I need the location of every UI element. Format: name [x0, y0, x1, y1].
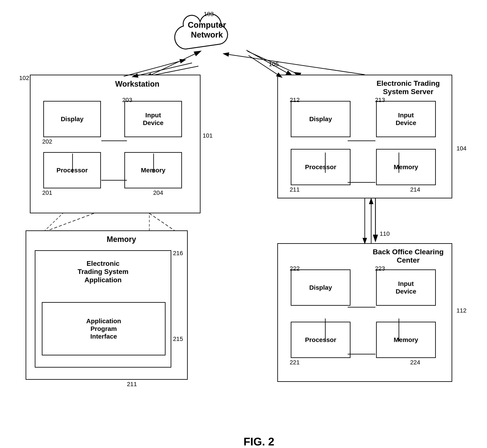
- workstation-processor-box: Processor: [43, 152, 101, 188]
- workstation-inner-ref: 101: [203, 132, 213, 139]
- workstation-box: Workstation Display 202 InputDevice 203 …: [30, 75, 200, 213]
- bo-memory-ref: 224: [410, 359, 420, 366]
- ets-display-ref: 212: [290, 97, 300, 104]
- ets-memory-ref: 214: [410, 186, 420, 193]
- api-ref: 215: [173, 336, 183, 342]
- svg-line-29: [228, 54, 365, 75]
- memory-detail-ref: 211: [127, 381, 137, 388]
- workstation-input-ref: 203: [122, 97, 132, 104]
- memory-detail-box: Memory ElectronicTrading SystemApplicati…: [26, 230, 188, 380]
- ets-server-box: Electronic Trading System Server Display…: [277, 75, 452, 198]
- workstation-display-ref: 202: [42, 138, 52, 145]
- cloud-label: Computer Network: [178, 20, 236, 40]
- ets-processor-box: Processor: [291, 149, 351, 185]
- back-office-box: Back Office Clearing Center Display 222 …: [277, 243, 452, 382]
- svg-line-44: [47, 213, 94, 231]
- cloud-ref: 103: [204, 11, 214, 17]
- ets-server-ref: 104: [456, 145, 467, 152]
- bo-display-box: Display: [291, 269, 351, 306]
- bo-processor-ref: 221: [290, 359, 300, 366]
- bo-input-ref: 223: [375, 265, 385, 272]
- arrow-105-ref: 105: [269, 61, 279, 68]
- ets-app-label-area: ElectronicTrading SystemApplication: [35, 257, 171, 286]
- ets-app-ref: 216: [173, 250, 183, 257]
- workstation-memory-box: Memory: [124, 152, 182, 188]
- bo-ref: 112: [456, 307, 467, 314]
- workstation-memory-ref: 204: [153, 189, 163, 196]
- api-box: ApplicationProgramInterface: [42, 302, 166, 355]
- bo-processor-box: Processor: [291, 322, 351, 358]
- bo-input-box: InputDevice: [376, 269, 436, 306]
- ets-input-box: InputDevice: [376, 101, 436, 137]
- svg-line-45: [149, 213, 175, 231]
- ets-processor-ref: 211: [290, 186, 300, 193]
- ets-input-ref: 213: [375, 97, 385, 104]
- bo-memory-box: Memory: [376, 322, 436, 358]
- bo-display-ref: 222: [290, 265, 300, 272]
- workstation-input-box: InputDevice: [124, 101, 182, 137]
- ets-memory-box: Memory: [376, 149, 436, 185]
- workstation-display-box: Display: [43, 101, 101, 137]
- arrow-110-ref: 110: [380, 230, 390, 237]
- ets-app-outer-box: ElectronicTrading SystemApplication Appl…: [35, 250, 171, 368]
- ets-display-box: Display: [291, 101, 351, 137]
- workstation-ref: 102: [19, 75, 29, 81]
- workstation-processor-ref: 201: [42, 189, 52, 196]
